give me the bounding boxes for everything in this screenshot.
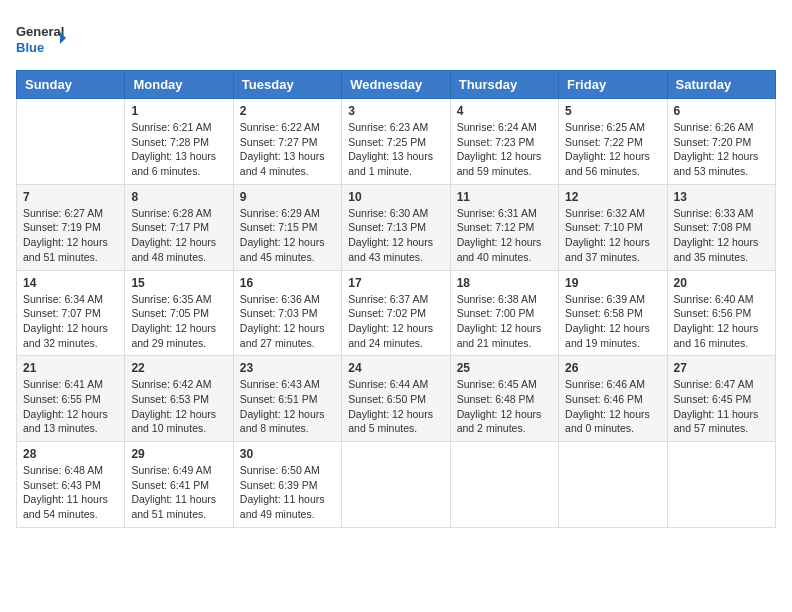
cell-info-line: and 51 minutes. [131, 507, 226, 522]
cell-info-line: Daylight: 12 hours [457, 321, 552, 336]
col-header-monday: Monday [125, 71, 233, 99]
calendar-cell: 22Sunrise: 6:42 AMSunset: 6:53 PMDayligh… [125, 356, 233, 442]
cell-info-line: Sunset: 7:25 PM [348, 135, 443, 150]
col-header-tuesday: Tuesday [233, 71, 341, 99]
day-number: 16 [240, 276, 335, 290]
calendar-cell: 25Sunrise: 6:45 AMSunset: 6:48 PMDayligh… [450, 356, 558, 442]
cell-info-line: Daylight: 12 hours [565, 235, 660, 250]
svg-text:General: General [16, 24, 64, 39]
calendar-header-row: SundayMondayTuesdayWednesdayThursdayFrid… [17, 71, 776, 99]
cell-info-line: Sunset: 6:45 PM [674, 392, 769, 407]
cell-info-line: and 16 minutes. [674, 336, 769, 351]
calendar-week-row: 7Sunrise: 6:27 AMSunset: 7:19 PMDaylight… [17, 184, 776, 270]
cell-info-line: Sunrise: 6:39 AM [565, 292, 660, 307]
cell-info-line: Sunset: 6:43 PM [23, 478, 118, 493]
calendar-cell: 28Sunrise: 6:48 AMSunset: 6:43 PMDayligh… [17, 442, 125, 528]
cell-info-line: Sunrise: 6:27 AM [23, 206, 118, 221]
logo: GeneralBlue [16, 16, 66, 60]
cell-info-line: and 0 minutes. [565, 421, 660, 436]
calendar-cell: 10Sunrise: 6:30 AMSunset: 7:13 PMDayligh… [342, 184, 450, 270]
page-header: GeneralBlue [16, 16, 776, 60]
calendar-cell: 2Sunrise: 6:22 AMSunset: 7:27 PMDaylight… [233, 99, 341, 185]
calendar-cell: 15Sunrise: 6:35 AMSunset: 7:05 PMDayligh… [125, 270, 233, 356]
cell-info-line: Sunset: 7:27 PM [240, 135, 335, 150]
cell-info-line: Sunrise: 6:45 AM [457, 377, 552, 392]
cell-info-line: Sunset: 7:08 PM [674, 220, 769, 235]
cell-info-line: Sunrise: 6:50 AM [240, 463, 335, 478]
calendar-cell: 8Sunrise: 6:28 AMSunset: 7:17 PMDaylight… [125, 184, 233, 270]
cell-info-line: Sunrise: 6:48 AM [23, 463, 118, 478]
cell-info-line: Sunset: 7:19 PM [23, 220, 118, 235]
day-number: 2 [240, 104, 335, 118]
cell-info-line: Daylight: 12 hours [674, 321, 769, 336]
cell-info-line: Daylight: 12 hours [674, 235, 769, 250]
calendar-cell [559, 442, 667, 528]
col-header-wednesday: Wednesday [342, 71, 450, 99]
cell-info-line: Sunrise: 6:41 AM [23, 377, 118, 392]
cell-info-line: and 13 minutes. [23, 421, 118, 436]
cell-info-line: Sunset: 7:28 PM [131, 135, 226, 150]
calendar-cell [667, 442, 775, 528]
cell-info-line: and 40 minutes. [457, 250, 552, 265]
calendar-table: SundayMondayTuesdayWednesdayThursdayFrid… [16, 70, 776, 528]
cell-info-line: Sunrise: 6:34 AM [23, 292, 118, 307]
cell-info-line: Daylight: 12 hours [23, 321, 118, 336]
calendar-cell: 19Sunrise: 6:39 AMSunset: 6:58 PMDayligh… [559, 270, 667, 356]
cell-info-line: Sunrise: 6:30 AM [348, 206, 443, 221]
cell-info-line: Daylight: 12 hours [240, 407, 335, 422]
cell-info-line: Sunrise: 6:42 AM [131, 377, 226, 392]
day-number: 25 [457, 361, 552, 375]
cell-info-line: Sunrise: 6:47 AM [674, 377, 769, 392]
calendar-cell: 29Sunrise: 6:49 AMSunset: 6:41 PMDayligh… [125, 442, 233, 528]
cell-info-line: and 8 minutes. [240, 421, 335, 436]
calendar-cell: 13Sunrise: 6:33 AMSunset: 7:08 PMDayligh… [667, 184, 775, 270]
cell-info-line: Sunset: 6:56 PM [674, 306, 769, 321]
col-header-sunday: Sunday [17, 71, 125, 99]
cell-info-line: Daylight: 11 hours [674, 407, 769, 422]
cell-info-line: Daylight: 12 hours [348, 321, 443, 336]
cell-info-line: Sunset: 7:07 PM [23, 306, 118, 321]
calendar-cell: 18Sunrise: 6:38 AMSunset: 7:00 PMDayligh… [450, 270, 558, 356]
svg-text:Blue: Blue [16, 40, 44, 55]
cell-info-line: and 43 minutes. [348, 250, 443, 265]
cell-info-line: Sunrise: 6:24 AM [457, 120, 552, 135]
day-number: 26 [565, 361, 660, 375]
cell-info-line: and 24 minutes. [348, 336, 443, 351]
cell-info-line: Sunset: 7:10 PM [565, 220, 660, 235]
cell-info-line: Daylight: 12 hours [674, 149, 769, 164]
cell-info-line: Sunrise: 6:32 AM [565, 206, 660, 221]
cell-info-line: Daylight: 12 hours [131, 235, 226, 250]
cell-info-line: Sunset: 7:00 PM [457, 306, 552, 321]
calendar-cell: 11Sunrise: 6:31 AMSunset: 7:12 PMDayligh… [450, 184, 558, 270]
cell-info-line: Sunset: 7:22 PM [565, 135, 660, 150]
day-number: 29 [131, 447, 226, 461]
cell-info-line: Sunrise: 6:35 AM [131, 292, 226, 307]
calendar-cell: 4Sunrise: 6:24 AMSunset: 7:23 PMDaylight… [450, 99, 558, 185]
day-number: 4 [457, 104, 552, 118]
calendar-week-row: 14Sunrise: 6:34 AMSunset: 7:07 PMDayligh… [17, 270, 776, 356]
cell-info-line: and 37 minutes. [565, 250, 660, 265]
calendar-cell: 3Sunrise: 6:23 AMSunset: 7:25 PMDaylight… [342, 99, 450, 185]
col-header-thursday: Thursday [450, 71, 558, 99]
day-number: 23 [240, 361, 335, 375]
day-number: 12 [565, 190, 660, 204]
cell-info-line: and 56 minutes. [565, 164, 660, 179]
cell-info-line: and 59 minutes. [457, 164, 552, 179]
cell-info-line: and 2 minutes. [457, 421, 552, 436]
cell-info-line: Daylight: 12 hours [348, 407, 443, 422]
cell-info-line: Sunrise: 6:25 AM [565, 120, 660, 135]
calendar-cell [450, 442, 558, 528]
day-number: 6 [674, 104, 769, 118]
cell-info-line: Daylight: 12 hours [23, 407, 118, 422]
col-header-friday: Friday [559, 71, 667, 99]
cell-info-line: and 54 minutes. [23, 507, 118, 522]
cell-info-line: Daylight: 12 hours [240, 235, 335, 250]
day-number: 20 [674, 276, 769, 290]
calendar-cell: 27Sunrise: 6:47 AMSunset: 6:45 PMDayligh… [667, 356, 775, 442]
cell-info-line: Daylight: 13 hours [348, 149, 443, 164]
logo-svg: GeneralBlue [16, 16, 66, 60]
cell-info-line: Sunset: 6:58 PM [565, 306, 660, 321]
cell-info-line: and 4 minutes. [240, 164, 335, 179]
cell-info-line: Daylight: 12 hours [23, 235, 118, 250]
calendar-cell: 5Sunrise: 6:25 AMSunset: 7:22 PMDaylight… [559, 99, 667, 185]
